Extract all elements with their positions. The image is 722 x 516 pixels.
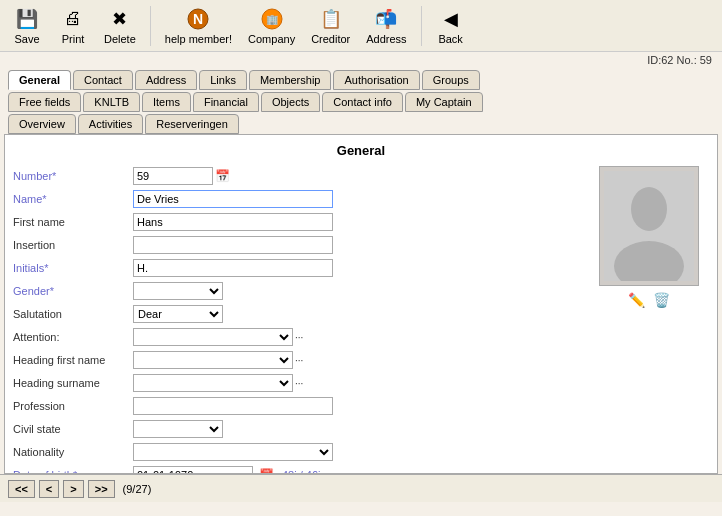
tab-overview[interactable]: Overview [8, 114, 76, 134]
creditor-icon: 📋 [319, 7, 343, 31]
salutation-select[interactable]: Dear Mr Mrs [133, 305, 223, 323]
tab-row-3: Overview Activities Reserveringen [0, 112, 722, 134]
nav-first-button[interactable]: << [8, 480, 35, 498]
heading-surname-select[interactable] [133, 374, 293, 392]
heading-firstname-dots-button[interactable]: ··· [295, 355, 303, 366]
profession-label: Profession [13, 400, 133, 412]
attention-label: Attention: [13, 331, 133, 343]
firstname-row: First name [13, 212, 577, 232]
calendar-icon[interactable]: 📅 [215, 169, 230, 183]
section-title: General [13, 143, 709, 158]
tab-my-captain[interactable]: My Captain [405, 92, 483, 112]
id-line: ID:62 No.: 59 [0, 52, 722, 68]
initials-input[interactable] [133, 259, 333, 277]
nationality-label: Nationality [13, 446, 133, 458]
photo-actions: ✏️ 🗑️ [628, 292, 670, 308]
dob-date-row: 📅 48j / 46j [133, 466, 321, 474]
initials-row: Initials* [13, 258, 577, 278]
tab-membership[interactable]: Membership [249, 70, 332, 90]
creditor-button[interactable]: 📋 Creditor [307, 5, 354, 47]
tab-activities[interactable]: Activities [78, 114, 143, 134]
name-label: Name* [13, 193, 133, 205]
number-label: Number* [13, 170, 133, 182]
heading-surname-row: Heading surname ··· [13, 373, 577, 393]
photo-edit-button[interactable]: ✏️ [628, 292, 645, 308]
attention-select[interactable] [133, 328, 293, 346]
gender-select[interactable]: M F [133, 282, 223, 300]
gender-label: Gender* [13, 285, 133, 297]
dob-input[interactable] [133, 466, 253, 474]
print-icon: 🖨 [61, 7, 85, 31]
save-icon: 💾 [15, 7, 39, 31]
civil-state-select[interactable] [133, 420, 223, 438]
nationality-select[interactable] [133, 443, 333, 461]
tab-groups[interactable]: Groups [422, 70, 480, 90]
name-input[interactable] [133, 190, 333, 208]
civil-state-label: Civil state [13, 423, 133, 435]
heading-firstname-select[interactable] [133, 351, 293, 369]
attention-row: Attention: ··· [13, 327, 577, 347]
civil-state-row: Civil state [13, 419, 577, 439]
tab-contact-info[interactable]: Contact info [322, 92, 403, 112]
nav-page-info: (9/27) [123, 483, 152, 495]
back-button[interactable]: ◀ Back [432, 5, 470, 47]
profession-input[interactable] [133, 397, 333, 415]
print-button[interactable]: 🖨 Print [54, 5, 92, 47]
photo-delete-button[interactable]: 🗑️ [653, 292, 670, 308]
firstname-label: First name [13, 216, 133, 228]
delete-button[interactable]: ✖ Delete [100, 5, 140, 47]
nationality-row: Nationality [13, 442, 577, 462]
address-button[interactable]: 📬 Address [362, 5, 410, 47]
heading-surname-label: Heading surname [13, 377, 133, 389]
bottom-bar: << < > >> (9/27) [0, 474, 722, 502]
back-icon: ◀ [439, 7, 463, 31]
tab-items[interactable]: Items [142, 92, 191, 112]
heading-firstname-label: Heading first name [13, 354, 133, 366]
tab-links[interactable]: Links [199, 70, 247, 90]
form-fields: Number* 📅 Name* First name Insertion [13, 166, 577, 474]
tab-row-1: General Contact Address Links Membership… [0, 68, 722, 90]
svg-text:🏢: 🏢 [266, 13, 279, 26]
attention-dots-button[interactable]: ··· [295, 332, 303, 343]
dob-row: Date of birth* 📅 48j / 46j [13, 465, 577, 474]
help-icon: N [186, 7, 210, 31]
avatar-placeholder [604, 171, 694, 281]
company-icon: 🏢 [260, 7, 284, 31]
gender-row: Gender* M F [13, 281, 577, 301]
heading-firstname-row: Heading first name ··· [13, 350, 577, 370]
number-input[interactable] [133, 167, 213, 185]
company-button[interactable]: 🏢 Company [244, 5, 299, 47]
name-row: Name* [13, 189, 577, 209]
tab-contact[interactable]: Contact [73, 70, 133, 90]
tab-knltb[interactable]: KNLTB [83, 92, 140, 112]
tab-free-fields[interactable]: Free fields [8, 92, 81, 112]
profession-row: Profession [13, 396, 577, 416]
separator2 [421, 6, 422, 46]
svg-point-5 [631, 187, 667, 231]
separator [150, 6, 151, 46]
nav-last-button[interactable]: >> [88, 480, 115, 498]
tab-address[interactable]: Address [135, 70, 197, 90]
tab-authorisation[interactable]: Authorisation [333, 70, 419, 90]
tab-general[interactable]: General [8, 70, 71, 90]
nav-prev-button[interactable]: < [39, 480, 59, 498]
heading-surname-dots-button[interactable]: ··· [295, 378, 303, 389]
delete-icon: ✖ [108, 7, 132, 31]
address-icon: 📬 [374, 7, 398, 31]
tab-reserveringen[interactable]: Reserveringen [145, 114, 239, 134]
help-button[interactable]: N help member! [161, 5, 236, 47]
photo-area: ✏️ 🗑️ [589, 166, 709, 474]
tab-objects[interactable]: Objects [261, 92, 320, 112]
form-layout: Number* 📅 Name* First name Insertion [13, 166, 709, 474]
number-row: Number* 📅 [13, 166, 577, 186]
tab-financial[interactable]: Financial [193, 92, 259, 112]
insertion-input[interactable] [133, 236, 333, 254]
content-area: General Number* 📅 Name* First name In [4, 134, 718, 474]
firstname-input[interactable] [133, 213, 333, 231]
svg-text:N: N [193, 11, 203, 27]
save-button[interactable]: 💾 Save [8, 5, 46, 47]
insertion-row: Insertion [13, 235, 577, 255]
nav-next-button[interactable]: > [63, 480, 83, 498]
salutation-row: Salutation Dear Mr Mrs [13, 304, 577, 324]
toolbar: 💾 Save 🖨 Print ✖ Delete N help member! 🏢… [0, 0, 722, 52]
